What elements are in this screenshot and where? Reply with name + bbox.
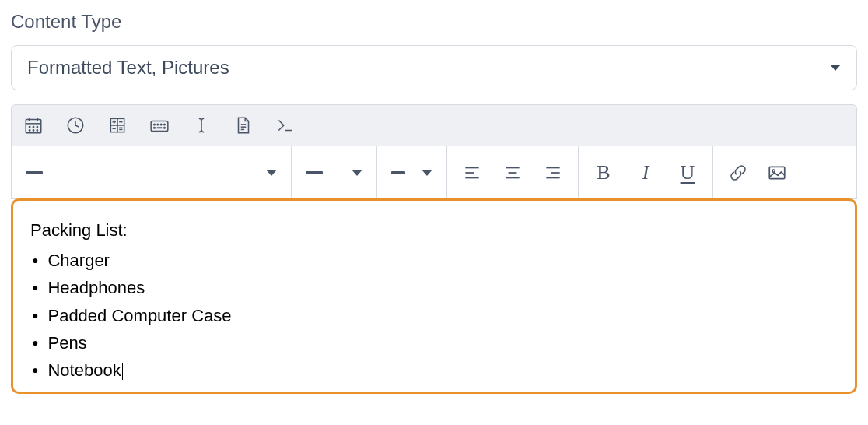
- content-type-value: Formatted Text, Pictures: [27, 57, 229, 79]
- text-cursor-icon[interactable]: [191, 114, 212, 136]
- calculator-icon[interactable]: [107, 114, 128, 136]
- svg-point-5: [33, 127, 33, 128]
- svg-point-29: [164, 127, 166, 128]
- svg-point-26: [164, 124, 166, 125]
- editor-content-area[interactable]: Packing List: Charger Headphones Padded …: [11, 198, 857, 394]
- svg-point-9: [37, 130, 37, 131]
- text-caret: [122, 363, 124, 380]
- list-item: Charger: [30, 247, 838, 274]
- content-type-select[interactable]: Formatted Text, Pictures: [11, 45, 857, 90]
- chevron-down-icon: [352, 170, 362, 176]
- chevron-down-icon: [830, 65, 841, 71]
- document-icon[interactable]: [233, 114, 254, 136]
- align-right-button[interactable]: [542, 162, 564, 184]
- rich-text-editor: B I U Packing List: Charger Headphones P…: [11, 104, 857, 395]
- font-size-dropdown[interactable]: [377, 146, 447, 198]
- align-center-button[interactable]: [502, 162, 523, 184]
- svg-point-25: [160, 124, 162, 125]
- clock-icon[interactable]: [65, 114, 86, 136]
- align-left-button[interactable]: [461, 162, 483, 184]
- svg-point-4: [29, 127, 30, 128]
- svg-point-23: [154, 124, 156, 125]
- font-family-value-icon: [306, 171, 323, 174]
- list-item: Pens: [30, 329, 838, 357]
- calendar-icon[interactable]: [23, 114, 44, 136]
- block-format-dropdown[interactable]: [12, 146, 292, 198]
- font-size-value-icon: [391, 171, 405, 174]
- alignment-group: [447, 146, 579, 198]
- svg-point-24: [157, 124, 159, 125]
- list-item: Notebook: [30, 357, 838, 384]
- toolbar-row-1: [11, 104, 857, 146]
- field-label: Content Type: [11, 11, 857, 33]
- editor-bullet-list: Charger Headphones Padded Computer Case …: [30, 247, 838, 384]
- image-button[interactable]: [766, 162, 788, 184]
- text-style-group: B I U: [579, 146, 713, 198]
- svg-point-8: [33, 130, 33, 131]
- italic-button[interactable]: I: [635, 162, 656, 184]
- svg-line-12: [75, 125, 79, 127]
- font-family-dropdown[interactable]: [292, 146, 377, 198]
- list-item: Headphones: [30, 274, 838, 301]
- toolbar-row-2: B I U: [11, 146, 857, 199]
- keyboard-icon[interactable]: [149, 114, 170, 136]
- insert-group: [713, 146, 802, 198]
- list-item: Padded Computer Case: [30, 302, 838, 329]
- bold-button[interactable]: B: [593, 162, 614, 184]
- editor-title-line: Packing List:: [30, 216, 838, 244]
- block-format-value-icon: [26, 171, 43, 174]
- terminal-icon[interactable]: [275, 114, 296, 136]
- svg-rect-22: [151, 121, 168, 132]
- svg-point-7: [29, 130, 30, 131]
- chevron-down-icon: [266, 170, 277, 176]
- svg-point-27: [154, 127, 156, 128]
- chevron-down-icon: [422, 170, 432, 176]
- svg-point-6: [37, 127, 37, 128]
- underline-button[interactable]: U: [677, 162, 698, 184]
- link-button[interactable]: [727, 162, 749, 184]
